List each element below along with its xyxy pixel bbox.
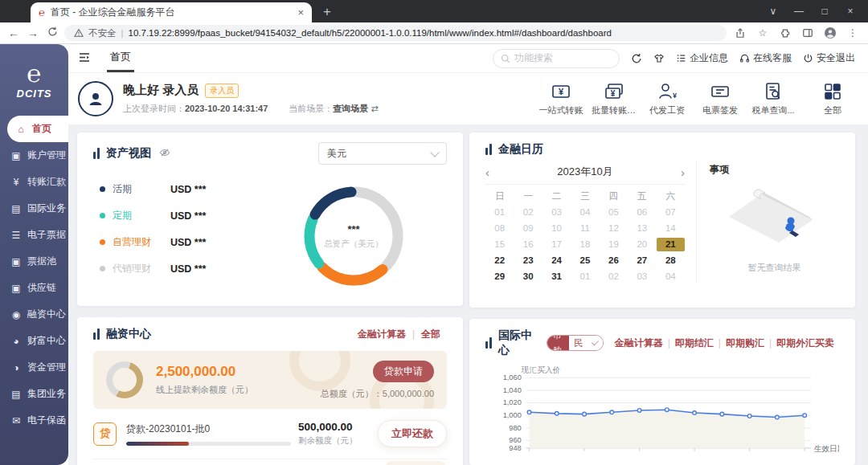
sidebar-item-7[interactable]: ▣供应链	[0, 275, 68, 301]
calendar-day[interactable]: 08	[485, 222, 514, 235]
currency-select-value: 美元	[327, 147, 346, 161]
calendar-day[interactable]: 13	[628, 222, 656, 235]
intl-link-1[interactable]: 金融计算器	[610, 337, 668, 350]
quick-action-4[interactable]: 电票签发	[698, 81, 743, 116]
sidebar-item-12[interactable]: ✉电子保函	[0, 407, 68, 434]
minimize-icon[interactable]: —	[786, 6, 812, 17]
company-info-button[interactable]: 企业信息	[676, 51, 728, 65]
calendar-day[interactable]: 31	[542, 270, 571, 283]
calendar-next-icon[interactable]: ›	[665, 165, 685, 179]
side-panel-icon[interactable]	[799, 27, 817, 39]
calendar-day[interactable]: 24	[542, 254, 571, 267]
sidebar-item-4[interactable]: ▤国际业务	[0, 195, 68, 222]
calendar-day[interactable]: 06	[628, 206, 656, 219]
calendar-day[interactable]: 05	[600, 206, 628, 219]
sidebar-item-5[interactable]: ☰电子票据	[0, 222, 68, 248]
calendar-day[interactable]: 22	[485, 254, 514, 267]
calendar-day[interactable]: 19	[600, 238, 628, 251]
search-input[interactable]: 功能搜索	[493, 49, 620, 68]
calendar-day[interactable]: 04	[571, 206, 599, 219]
calendar-day[interactable]: 15	[485, 238, 514, 251]
calendar-day[interactable]: 07	[657, 206, 685, 219]
calendar-day[interactable]: 20	[628, 238, 656, 251]
refresh-icon[interactable]	[631, 53, 642, 64]
quick-action-1[interactable]: ¥一站式转账	[538, 81, 583, 116]
calendar-day[interactable]: 25	[571, 254, 599, 267]
sidebar-item-2[interactable]: ▣账户管理	[0, 142, 68, 169]
calendar-day[interactable]: 04	[657, 270, 685, 283]
currency-select[interactable]: 美元	[318, 142, 447, 165]
current-scene[interactable]: 当前场景：查询场景 ⇄	[289, 103, 378, 115]
new-tab-button[interactable]: +	[323, 4, 331, 20]
calendar-day[interactable]: 16	[514, 238, 542, 251]
bookmark-star-icon[interactable]: ☆	[754, 27, 772, 39]
sidebar-item-label: 融资中心	[27, 308, 66, 321]
close-icon[interactable]: ×	[837, 6, 863, 17]
quick-action-5[interactable]: 税单查询...	[751, 81, 796, 116]
reload-icon[interactable]	[45, 27, 59, 39]
sidebar-item-8[interactable]: ◉融资中心	[0, 301, 68, 328]
calendar-day[interactable]: 14	[657, 222, 685, 235]
intl-link-2[interactable]: 即期结汇	[670, 337, 719, 350]
calendar-day[interactable]: 27	[628, 254, 656, 267]
scene-swap-icon[interactable]: ⇄	[371, 104, 378, 113]
quick-action-2[interactable]: ¥批量转账/...	[592, 81, 637, 116]
calendar-day[interactable]: 12	[600, 222, 628, 235]
collapse-menu-icon[interactable]	[78, 51, 91, 66]
tab-close-icon[interactable]: ×	[297, 6, 304, 18]
calendar-day[interactable]: 01	[485, 206, 514, 219]
theme-skin-icon[interactable]	[653, 53, 665, 64]
calendar-day[interactable]: 01	[571, 270, 599, 283]
repay-button[interactable]: 立即还款	[378, 420, 447, 447]
calendar-day[interactable]: 26	[600, 254, 628, 267]
calendar-prev-icon[interactable]: ‹	[485, 165, 505, 179]
browser-menu-icon[interactable]: ⋮	[844, 27, 862, 39]
share-icon[interactable]	[731, 27, 749, 39]
calendar-day[interactable]: 17	[542, 238, 571, 251]
currency-kind-select[interactable]: 币种 人民币	[547, 335, 603, 351]
eye-off-icon[interactable]	[159, 147, 170, 161]
url-bar[interactable]: 不安全 | 10.7.19.22:8999/fpaas_bucket/94154…	[64, 25, 727, 41]
calendar-day[interactable]: 23	[514, 254, 542, 267]
back-icon[interactable]: ←	[6, 27, 21, 39]
svg-text:1,040: 1,040	[503, 386, 522, 394]
logout-button[interactable]: 安全退出	[803, 51, 855, 65]
sidebar-item-10[interactable]: ◑资金管理	[0, 354, 68, 381]
intl-link-4[interactable]: 即期外汇买卖	[772, 337, 839, 350]
total-credit-label: 总额度（元）：5,000,000.00	[321, 388, 434, 400]
quick-action-3[interactable]: ¥代发工资	[645, 81, 690, 116]
sidebar-item-3[interactable]: ¥转账汇款	[0, 169, 68, 195]
forward-icon[interactable]: →	[26, 27, 40, 39]
calendar-day[interactable]: 11	[571, 222, 599, 235]
browser-tab[interactable]: ℮ 首页 - 企业综合金融服务平台 ×	[31, 2, 312, 22]
quick-action-label: 代发工资	[645, 104, 690, 116]
calendar-day[interactable]: 02	[600, 270, 628, 283]
calendar-day[interactable]: 29	[485, 270, 514, 283]
sidebar-item-9[interactable]: ◕财富中心	[0, 328, 68, 354]
window-menu-icon[interactable]: ∨	[760, 6, 786, 17]
calendar-day[interactable]: 03	[628, 270, 656, 283]
currency-kind-tag: 币种	[547, 335, 569, 351]
calendar-day[interactable]: 21	[657, 238, 685, 251]
quick-action-6[interactable]: 全部	[810, 81, 855, 116]
finance-link-1[interactable]: 金融计算器	[351, 328, 412, 341]
online-service-button[interactable]: 在线客服	[739, 51, 792, 65]
calendar-day[interactable]: 09	[514, 222, 542, 235]
sidebar-item-1[interactable]: ⌂首页	[7, 116, 68, 142]
loan-apply-button[interactable]: 贷款申请	[373, 361, 434, 382]
calendar-day[interactable]: 02	[514, 206, 542, 219]
calendar-day[interactable]: 18	[571, 238, 599, 251]
sidebar-item-6[interactable]: ▣票据池	[0, 248, 68, 275]
maximize-icon[interactable]: □	[812, 6, 837, 17]
calendar-day[interactable]: 28	[657, 254, 685, 267]
intl-link-3[interactable]: 即期购汇	[721, 337, 769, 350]
sidebar-item-11[interactable]: ▤集团业务	[0, 381, 68, 407]
tab-home[interactable]: 首页	[107, 44, 134, 72]
extensions-puzzle-icon[interactable]	[776, 27, 794, 39]
svg-text:1,020: 1,020	[503, 398, 522, 406]
calendar-day[interactable]: 03	[542, 206, 571, 219]
calendar-day[interactable]: 30	[514, 270, 542, 283]
finance-link-2[interactable]: 全部	[415, 328, 447, 341]
profile-avatar-icon[interactable]	[821, 27, 839, 39]
calendar-day[interactable]: 10	[542, 222, 571, 235]
